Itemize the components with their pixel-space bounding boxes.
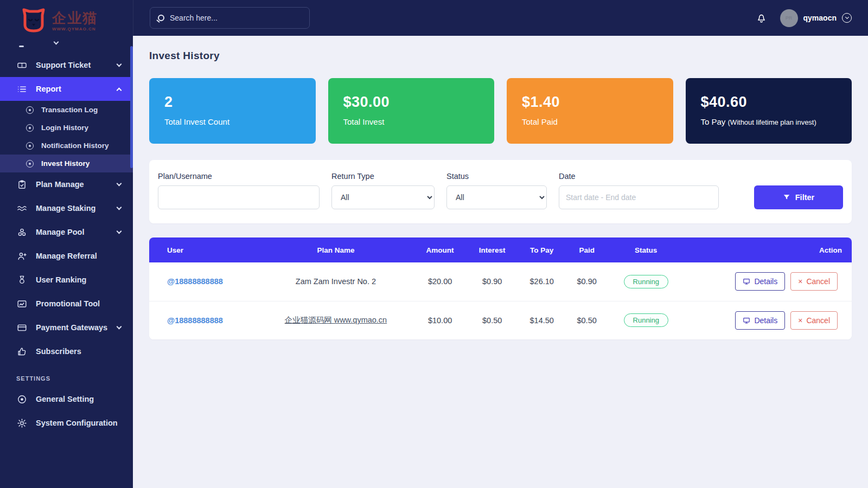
return-type-label: Return Type — [331, 172, 435, 181]
text-fragment — [19, 46, 24, 47]
sidebar-subitem-login-history[interactable]: Login History — [0, 119, 133, 137]
stat-card-total-invest-count: 2Total Invest Count — [149, 78, 316, 144]
search-input[interactable] — [170, 14, 302, 22]
sidebar-item-manage-staking[interactable]: Manage Staking — [0, 196, 133, 220]
date-filter-label: Date — [559, 172, 719, 181]
return-type-group: Return Type All — [331, 172, 435, 209]
user-link[interactable]: @18888888888 — [167, 316, 223, 325]
logo-subtitle: WWW.QYMAO.CN — [52, 27, 98, 31]
topbar: PR qymaocn — [133, 0, 868, 36]
monitor-icon — [743, 278, 750, 285]
logo[interactable]: 企业猫 WWW.QYMAO.CN — [0, 0, 133, 40]
sidebar-item-system-configuration[interactable]: System Configuration — [0, 411, 133, 435]
sidebar-item-promotional-tool[interactable]: Promotional Tool — [0, 292, 133, 316]
cell-paid: $0.90 — [566, 262, 608, 301]
sidebar-item-manage-pool[interactable]: Manage Pool — [0, 220, 133, 244]
stat-card-label: Total Paid — [522, 116, 658, 129]
table-row: @18888888888Zam Zam Investr No. 2$20.00$… — [149, 262, 852, 301]
table-row: @18888888888企业猫源码网 www.qymao.cn$10.00$0.… — [149, 301, 852, 339]
chevron-down-icon — [117, 181, 122, 186]
chevron-up-icon — [117, 87, 122, 93]
plan-filter-group: Plan/Username — [158, 172, 320, 209]
stat-card-value: 2 — [164, 94, 301, 111]
user-link[interactable]: @18888888888 — [167, 277, 223, 286]
sidebar-item-support-ticket[interactable]: Support Ticket — [0, 53, 133, 77]
main-column: PR qymaocn Invest History 2Total Invest … — [133, 0, 868, 488]
sidebar-subitem-transaction-log[interactable]: Transaction Log — [0, 101, 133, 119]
sidebar-item-manage-referral[interactable]: Manage Referral — [0, 244, 133, 268]
chevron-down-icon — [117, 61, 122, 67]
sidebar-nav: Support TicketReportTransaction LogLogin… — [0, 41, 133, 435]
details-button-label: Details — [754, 316, 777, 325]
target-icon — [16, 394, 27, 404]
return-type-select[interactable]: All — [331, 185, 435, 209]
sidebar-item-label: System Configuration — [36, 419, 121, 427]
sidebar-item-label: Manage Referral — [36, 252, 121, 260]
sidebar-item-plan-manage[interactable]: Plan Manage — [0, 172, 133, 196]
status-badge: Running — [624, 275, 668, 288]
x-icon: × — [798, 278, 802, 285]
sidebar-item-label: Manage Staking — [36, 204, 108, 213]
logo-text: 企业猫 WWW.QYMAO.CN — [52, 11, 98, 31]
details-button[interactable]: Details — [735, 311, 785, 330]
ticket-icon — [16, 60, 27, 70]
sidebar-subitem-invest-history[interactable]: Invest History — [0, 155, 133, 172]
column-header-to-pay: To Pay — [518, 237, 565, 262]
plan-name-link[interactable]: 企业猫源码网 www.qymao.cn — [285, 316, 387, 324]
sidebar-subitem-notification-history[interactable]: Notification History — [0, 137, 133, 155]
sidebar-item-report[interactable]: Report — [0, 77, 133, 101]
sidebar-item-user-ranking[interactable]: User Ranking — [0, 268, 133, 292]
filter-button[interactable]: Filter — [754, 185, 843, 209]
sidebar-item-payment-gateways[interactable]: Payment Gateways — [0, 316, 133, 339]
column-header-action: Action — [684, 237, 852, 262]
details-button[interactable]: Details — [735, 272, 785, 291]
promo-icon — [16, 298, 27, 309]
cat-logo-icon — [21, 8, 47, 35]
sidebar-scrollbar[interactable] — [130, 46, 133, 168]
user-menu[interactable]: PR qymaocn — [780, 9, 852, 27]
chevron-down-icon — [842, 13, 852, 23]
pool-icon — [16, 227, 27, 237]
sidebar-item-general-setting[interactable]: General Setting — [0, 387, 133, 411]
stat-card-value: $1.40 — [522, 94, 658, 111]
plan-name: Zam Zam Investr No. 2 — [296, 277, 376, 286]
cancel-button[interactable]: ×Cancel — [790, 311, 838, 330]
plan-username-input[interactable] — [158, 185, 320, 209]
sidebar-item-label: Plan Manage — [36, 180, 108, 189]
column-header-amount: Amount — [413, 237, 467, 262]
invest-table-wrap: UserPlan NameAmountInterestTo PayPaidSta… — [149, 237, 852, 339]
chevron-down-icon — [54, 41, 59, 44]
invest-table: UserPlan NameAmountInterestTo PayPaidSta… — [149, 237, 852, 339]
sidebar-item-label: Subscribers — [36, 347, 121, 356]
cell-user: @18888888888 — [149, 301, 258, 339]
sidebar-item-label: User Ranking — [36, 275, 121, 284]
content: Invest History 2Total Invest Count$30.00… — [133, 36, 868, 488]
search-box[interactable] — [150, 7, 310, 29]
notification-bell-icon[interactable] — [755, 11, 768, 24]
sidebar-item-partial[interactable] — [0, 41, 133, 53]
cancel-button[interactable]: ×Cancel — [790, 272, 838, 291]
cell-status: Running — [608, 301, 684, 339]
date-range-input[interactable] — [559, 185, 719, 209]
cell-interest: $0.50 — [467, 301, 518, 339]
column-header-interest: Interest — [467, 237, 518, 262]
stat-cards: 2Total Invest Count$30.00Total Invest$1.… — [149, 78, 852, 144]
column-header-plan-name: Plan Name — [258, 237, 414, 262]
table-body: @18888888888Zam Zam Investr No. 2$20.00$… — [149, 262, 852, 339]
date-filter-group: Date — [559, 172, 719, 209]
chevron-down-icon — [117, 324, 122, 329]
thumb-icon — [16, 346, 27, 357]
logo-title: 企业猫 — [52, 11, 98, 25]
cell-amount: $20.00 — [413, 262, 467, 301]
status-select[interactable]: All — [446, 185, 547, 209]
stat-card-label: To Pay (Without lifetime plan invest) — [701, 116, 837, 129]
filter-panel: Plan/Username Return Type All Status All… — [149, 160, 852, 223]
gear-icon — [16, 418, 27, 428]
sidebar-subitem-label: Invest History — [41, 159, 90, 168]
action-buttons: Details×Cancel — [690, 272, 846, 291]
sidebar-item-label: Manage Pool — [36, 228, 108, 236]
column-header-user: User — [149, 237, 258, 262]
chevron-down-icon — [117, 228, 122, 234]
sidebar-item-subscribers[interactable]: Subscribers — [0, 339, 133, 363]
sidebar-item-label: Support Ticket — [36, 61, 108, 69]
